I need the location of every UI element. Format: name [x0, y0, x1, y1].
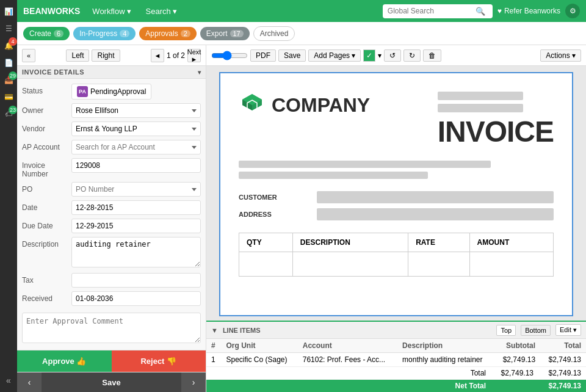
- collapse-button[interactable]: «: [22, 49, 35, 62]
- global-search-bar[interactable]: 🔍: [383, 4, 493, 18]
- invoice-number-value[interactable]: [71, 158, 201, 173]
- received-field: Received: [22, 291, 201, 306]
- rotate-left-button[interactable]: ↺: [384, 49, 401, 62]
- zoom-slider[interactable]: [211, 51, 248, 60]
- invoice-number-label: InvoiceNumber: [22, 158, 68, 178]
- po-value[interactable]: [71, 182, 201, 197]
- company-name: COMPANY: [272, 94, 370, 117]
- bottom-button[interactable]: Bottom: [521, 325, 551, 336]
- company-logo: COMPANY: [239, 92, 370, 118]
- approvals-button[interactable]: Approvals 2: [139, 27, 197, 40]
- create-badge: 6: [54, 30, 63, 37]
- date-field: Date: [22, 200, 201, 215]
- ap-account-value[interactable]: [71, 140, 201, 154]
- status-field: Status PA PendingApproval: [22, 84, 201, 100]
- card-icon[interactable]: 💳: [2, 90, 15, 104]
- next-save-button[interactable]: ›: [181, 372, 206, 392]
- rate-cell: [408, 252, 469, 277]
- comment-input[interactable]: [22, 313, 201, 343]
- save-pdf-button[interactable]: Save: [278, 49, 306, 62]
- line-items-label: LINE ITEMS: [223, 327, 261, 334]
- tax-value[interactable]: [71, 273, 201, 288]
- tag-icon[interactable]: 🏷 23: [2, 107, 15, 121]
- col-account: Account: [298, 339, 397, 353]
- line-items-header: ▼ LINE ITEMS Top Bottom Edit ▾: [206, 322, 586, 339]
- approve-button[interactable]: Approve 👍: [17, 350, 112, 372]
- prev-save-button[interactable]: ‹: [17, 372, 42, 392]
- due-date-label: Due Date: [22, 219, 68, 230]
- next-page-button[interactable]: Next ►: [187, 49, 201, 62]
- refresh-button[interactable]: ↻: [403, 49, 421, 62]
- description-value[interactable]: auditing retainer: [71, 237, 201, 269]
- invoice-word: INVOICE: [438, 115, 554, 148]
- left-button[interactable]: Left: [66, 49, 89, 62]
- owner-input[interactable]: [71, 103, 201, 118]
- col-num: #: [206, 339, 221, 353]
- reject-button[interactable]: Reject 👎: [112, 350, 206, 372]
- invoice-scroll[interactable]: COMPANY INVOICE: [206, 66, 586, 321]
- page-nav: Left Right: [66, 49, 120, 62]
- page-info: 1 of 2: [167, 51, 185, 60]
- received-input[interactable]: [71, 291, 201, 306]
- add-pages-button[interactable]: Add Pages ▾: [308, 49, 361, 62]
- li-description: monthly auditing retainer: [397, 353, 494, 367]
- archived-button[interactable]: Archived: [253, 26, 295, 41]
- net-total-spacer: [491, 382, 534, 390]
- vendor-value[interactable]: [71, 122, 201, 136]
- ap-account-input[interactable]: [71, 140, 201, 154]
- inprogress-button[interactable]: In-Progress 4: [73, 27, 136, 40]
- line-items-triangle: ▼: [211, 327, 218, 334]
- li-num: 1: [206, 353, 221, 367]
- addr-line-2: [239, 172, 428, 179]
- bell-badge: 4: [9, 37, 17, 46]
- date-value[interactable]: [71, 200, 201, 215]
- owner-value[interactable]: [71, 103, 201, 118]
- global-search-input[interactable]: [388, 7, 473, 15]
- vendor-label: Vendor: [22, 122, 68, 133]
- right-button[interactable]: Right: [92, 49, 120, 62]
- description-input[interactable]: auditing retainer: [71, 237, 201, 267]
- doc-icon[interactable]: 📄: [2, 56, 15, 70]
- settings-button[interactable]: ⚙: [565, 4, 580, 18]
- collapse-icon[interactable]: «: [2, 374, 15, 387]
- company-logo-icon: [239, 92, 266, 118]
- amount-header: AMOUNT: [469, 233, 553, 252]
- status-value: PA PendingApproval: [71, 84, 201, 100]
- delete-button[interactable]: 🗑: [423, 49, 441, 62]
- top-button[interactable]: Top: [496, 325, 516, 336]
- bell-icon[interactable]: 🔔 4: [2, 39, 15, 53]
- search-menu[interactable]: Search ▾: [141, 4, 182, 18]
- due-date-value[interactable]: [71, 219, 201, 233]
- line-items-table: # Org Unit Account Description Subtotal …: [206, 339, 586, 367]
- total-label: Total: [413, 369, 486, 377]
- date-input[interactable]: [71, 200, 201, 215]
- tax-input[interactable]: [71, 273, 201, 288]
- edit-button[interactable]: Edit ▾: [555, 324, 581, 336]
- export-button[interactable]: Export 17: [200, 27, 250, 40]
- pdf-button[interactable]: PDF: [250, 49, 276, 62]
- customer-value: [317, 191, 554, 203]
- create-button[interactable]: Create 6: [23, 27, 70, 40]
- inbox-icon[interactable]: 📥 29: [2, 73, 15, 87]
- vendor-input[interactable]: [71, 122, 201, 136]
- amount-cell: [469, 252, 553, 277]
- qty-header: QTY: [239, 233, 293, 252]
- invoice-lines: [438, 92, 554, 112]
- received-value[interactable]: [71, 291, 201, 306]
- save-button[interactable]: Save: [42, 372, 181, 392]
- due-date-input[interactable]: [71, 219, 201, 233]
- panel-toolbar: « Left Right ◄ 1 of 2 Next ►: [17, 45, 206, 66]
- invoice-number-field: InvoiceNumber: [22, 158, 201, 178]
- po-input[interactable]: [71, 182, 201, 197]
- description-header: DESCRIPTION: [292, 233, 408, 252]
- workflow-menu[interactable]: Workflow ▾: [87, 4, 136, 18]
- actions-button[interactable]: Actions ▾: [540, 49, 581, 62]
- invoice-number-input[interactable]: [71, 158, 201, 173]
- checkbox-button[interactable]: ✓: [363, 49, 375, 62]
- refer-button[interactable]: ♥ Refer Beanworks: [497, 7, 560, 15]
- prev-page-button[interactable]: ◄: [151, 49, 164, 62]
- col-subtotal: Subtotal: [494, 339, 540, 353]
- chart-icon[interactable]: 📊: [2, 5, 15, 18]
- details-dropdown-icon: ▾: [198, 69, 201, 76]
- list-icon[interactable]: ☰: [2, 22, 15, 35]
